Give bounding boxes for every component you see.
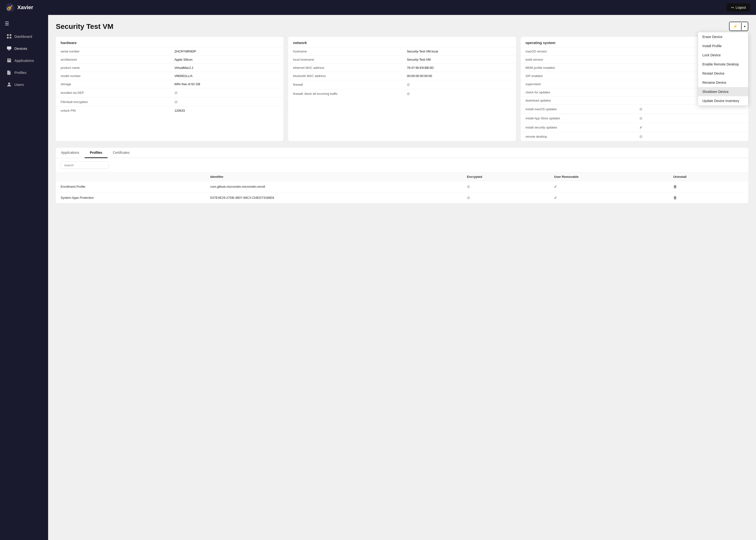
dropdown-item-inventory[interactable]: Update Device Inventory	[698, 96, 748, 105]
action-main-button[interactable]: ⚡	[729, 22, 741, 31]
table-header-row: Identifier Encrypted User Removable Unin…	[56, 173, 748, 181]
col-identifier: Identifier	[205, 173, 462, 181]
os-label-6: download updates	[521, 96, 634, 105]
profile-user-removable-0: ✓	[549, 181, 669, 192]
hw-label-0: serial number	[56, 48, 169, 56]
os-icon-no-10: ⊘	[634, 132, 748, 141]
content-area: Security Test VM ⚡ ▾ Erase Device Instal…	[48, 15, 756, 540]
net-label-1: local hostname	[288, 56, 402, 64]
dropdown-item-rename[interactable]: Rename Device	[698, 78, 748, 87]
sidebar-label-users: Users	[14, 82, 24, 87]
logout-icon: ↪	[731, 6, 734, 9]
monitor-icon	[7, 46, 12, 51]
os-label-7: install macOS updates	[521, 105, 634, 114]
dropdown-item-install-profile[interactable]: Install Profile	[698, 41, 748, 51]
table-row: FileVault encryption⊘	[56, 97, 283, 107]
table-row: ethernet MAC address76:47:90:E9:BB:0D	[288, 64, 516, 72]
app-title: Xavier	[17, 4, 33, 11]
net-label-0: hostname	[288, 48, 402, 56]
table-row: local hostnameSecurity-Test-VM	[288, 56, 516, 64]
net-icon-no-5: ⊘	[402, 89, 516, 98]
sidebar-item-applications[interactable]: Applications	[2, 55, 46, 66]
main-layout: ☰ Dashboard Devices Applications Profile…	[0, 15, 756, 540]
table-row: System Apps Protection E07E4E29-27DB-4B0…	[56, 192, 748, 203]
hamburger-button[interactable]: ☰	[0, 19, 48, 30]
tab-applications[interactable]: Applications	[56, 148, 85, 158]
dropdown-item-remote-desktop[interactable]: Enable Remote Desktop	[698, 60, 748, 69]
svg-rect-9	[10, 37, 11, 39]
table-row: remote desktop⊘	[521, 132, 748, 141]
dropdown-item-erase[interactable]: Erase Device	[698, 32, 748, 41]
grid-icon	[7, 34, 12, 39]
hw-value-1: Apple Silicon	[169, 56, 283, 64]
hw-label-4: storage	[56, 80, 169, 88]
network-card-title: network	[288, 37, 516, 47]
hw-value-7: 120633	[169, 107, 283, 115]
os-label-8: install App Store updates	[521, 114, 634, 123]
table-row: enrolled via DEP⊘	[56, 88, 283, 97]
logo-icon	[6, 3, 14, 12]
os-label-3: SIP enabled	[521, 72, 634, 80]
sidebar-item-dashboard[interactable]: Dashboard	[2, 31, 46, 42]
hw-value-0: ZHCRYMR9DP	[169, 48, 283, 56]
sidebar-item-devices[interactable]: Devices	[2, 43, 46, 54]
svg-point-5	[11, 5, 12, 6]
search-input[interactable]	[60, 162, 109, 169]
table-row: model numberVM0001LL/A	[56, 72, 283, 80]
action-caret-button[interactable]: ▾	[741, 23, 748, 30]
person-icon	[7, 82, 12, 87]
os-label-4: supervised	[521, 80, 634, 88]
col-encrypted: Encrypted	[462, 173, 549, 181]
sidebar-label-devices: Devices	[14, 47, 27, 51]
table-row: product nameVirtualMac2,1	[56, 64, 283, 72]
hw-label-1: architecture	[56, 56, 169, 64]
sidebar-label-profiles: Profiles	[14, 70, 27, 74]
hardware-card-title: hardware	[56, 37, 283, 47]
profile-name-0: Enrollment Profile	[56, 181, 205, 192]
dropdown-item-restart[interactable]: Restart Device	[698, 69, 748, 78]
net-value-3: 00:00:00:00:00:00	[402, 72, 516, 80]
hw-value-4: 69% free of 62 GB	[169, 80, 283, 88]
hardware-card: hardware serial numberZHCRYMR9DP archite…	[56, 37, 283, 141]
table-row: serial numberZHCRYMR9DP	[56, 48, 283, 56]
sidebar-item-profiles[interactable]: Profiles	[2, 67, 46, 78]
profile-encrypted-0: ⊘	[462, 181, 549, 192]
hardware-table: serial numberZHCRYMR9DP architectureAppl…	[56, 47, 283, 114]
hw-label-2: product name	[56, 64, 169, 72]
svg-rect-10	[7, 47, 11, 49]
delete-button-0[interactable]: 🗑	[673, 185, 677, 189]
table-row: firewall⊘	[288, 80, 516, 89]
table-row: firewall: block all incoming traffic⊘	[288, 89, 516, 98]
os-label-9: install security updates	[521, 123, 634, 132]
cards-row: hardware serial numberZHCRYMR9DP archite…	[56, 37, 748, 141]
sidebar-item-users[interactable]: Users	[2, 79, 46, 90]
dropdown-item-shutdown[interactable]: Shutdown Device	[698, 87, 748, 96]
table-row: Enrollment Profile com.github.micromdm.m…	[56, 181, 748, 192]
os-icon-no-7: ⊘	[634, 105, 748, 114]
col-name	[56, 173, 205, 181]
brand: Xavier	[6, 3, 33, 12]
tab-profiles[interactable]: Profiles	[85, 148, 108, 158]
profile-uninstall-0: 🗑	[669, 181, 748, 192]
delete-button-1[interactable]: 🗑	[673, 196, 677, 200]
net-label-4: firewall	[288, 80, 402, 89]
page-title: Security Test VM	[56, 22, 114, 31]
profile-user-removable-1: ✓	[549, 192, 669, 203]
col-user-removable: User Removable	[549, 173, 669, 181]
hw-label-5: enrolled via DEP	[56, 88, 169, 97]
profile-uninstall-1: 🗑	[669, 192, 748, 203]
tab-certificates[interactable]: Certificates	[108, 148, 135, 158]
logout-button[interactable]: ↪ Logout	[727, 3, 750, 12]
table-row: unlock PIN120633	[56, 107, 283, 115]
net-label-2: ethernet MAC address	[288, 64, 402, 72]
os-label-10: remote desktop	[521, 132, 634, 141]
table-toolbar	[56, 158, 748, 172]
os-icon-no-8: ⊘	[634, 114, 748, 123]
network-card: network hostnameSecurity-Test-VM.local l…	[288, 37, 516, 141]
network-table: hostnameSecurity-Test-VM.local local hos…	[288, 47, 516, 98]
dropdown-item-lock[interactable]: Lock Device	[698, 51, 748, 60]
tabs: Applications Profiles Certificates	[56, 148, 748, 158]
net-label-3: bluetooth MAC address	[288, 72, 402, 80]
col-uninstall: Uninstall	[669, 173, 748, 181]
os-label-2: MDM profile installed	[521, 64, 634, 72]
